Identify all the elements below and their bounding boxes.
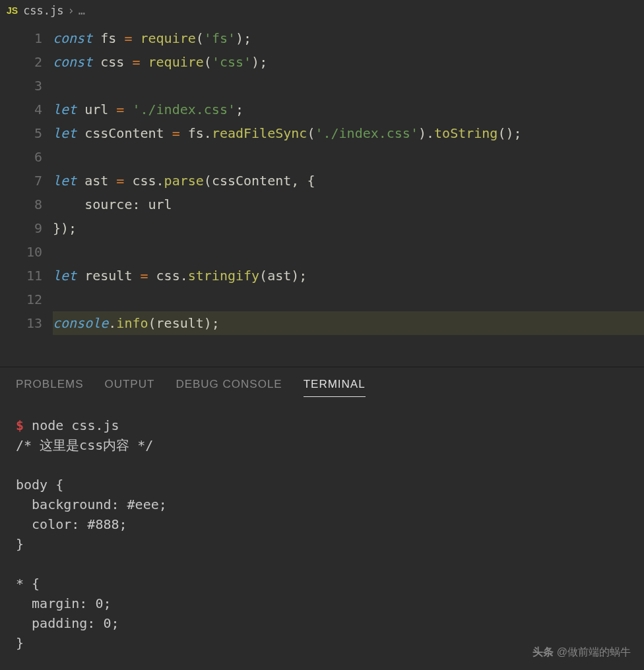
line-number: 8 [0,193,42,216]
line-number: 13 [0,311,42,335]
code-line[interactable]: source: url [53,193,644,216]
line-number: 1 [0,26,42,50]
line-number: 9 [0,216,42,240]
code-line[interactable]: const fs = require('fs'); [53,26,644,50]
tab-problems[interactable]: PROBLEMS [16,378,83,397]
breadcrumb-separator: › [68,4,75,17]
line-number: 2 [0,50,42,74]
line-number: 11 [0,264,42,288]
terminal-command: node css.js [24,417,119,433]
code-line[interactable]: }); [53,216,644,240]
terminal-output[interactable]: $ node css.js /* 这里是css内容 */ body { back… [0,402,644,666]
code-line[interactable]: console.info(result); [53,311,644,335]
code-line[interactable]: let result = css.stringify(ast); [53,264,644,288]
breadcrumb-filename[interactable]: css.js [23,4,63,17]
code-line[interactable] [53,240,644,264]
code-line[interactable]: let cssContent = fs.readFileSync('./inde… [53,121,644,145]
line-number: 5 [0,121,42,145]
line-number: 10 [0,240,42,264]
panel-tabs: PROBLEMSOUTPUTDEBUG CONSOLETERMINAL [0,367,644,402]
terminal-output-text: /* 这里是css内容 */ body { background: #eee; … [16,437,167,651]
bottom-panel: PROBLEMSOUTPUTDEBUG CONSOLETERMINAL $ no… [0,367,644,666]
line-number: 7 [0,169,42,193]
line-number: 4 [0,98,42,121]
tab-output[interactable]: OUTPUT [104,378,154,397]
line-number: 12 [0,288,42,311]
code-line[interactable] [53,288,644,311]
terminal-prompt: $ [16,417,24,433]
line-number-gutter: 12345678910111213 [0,21,53,340]
code-line[interactable]: const css = require('css'); [53,50,644,74]
code-line[interactable]: let ast = css.parse(cssContent, { [53,169,644,193]
line-number: 3 [0,74,42,98]
code-area[interactable]: const fs = require('fs');const css = req… [53,21,644,340]
breadcrumb[interactable]: JS css.js › … [0,0,644,21]
line-number: 6 [0,145,42,169]
tab-debug-console[interactable]: DEBUG CONSOLE [176,378,282,397]
js-file-icon: JS [7,5,18,16]
tab-terminal[interactable]: TERMINAL [304,378,366,397]
code-line[interactable]: let url = './index.css'; [53,98,644,121]
code-editor[interactable]: 12345678910111213 const fs = require('fs… [0,21,644,367]
watermark: 头条 @做前端的蜗牛 [532,646,631,659]
code-line[interactable] [53,145,644,169]
code-line[interactable] [53,74,644,98]
breadcrumb-ellipsis[interactable]: … [79,4,85,17]
